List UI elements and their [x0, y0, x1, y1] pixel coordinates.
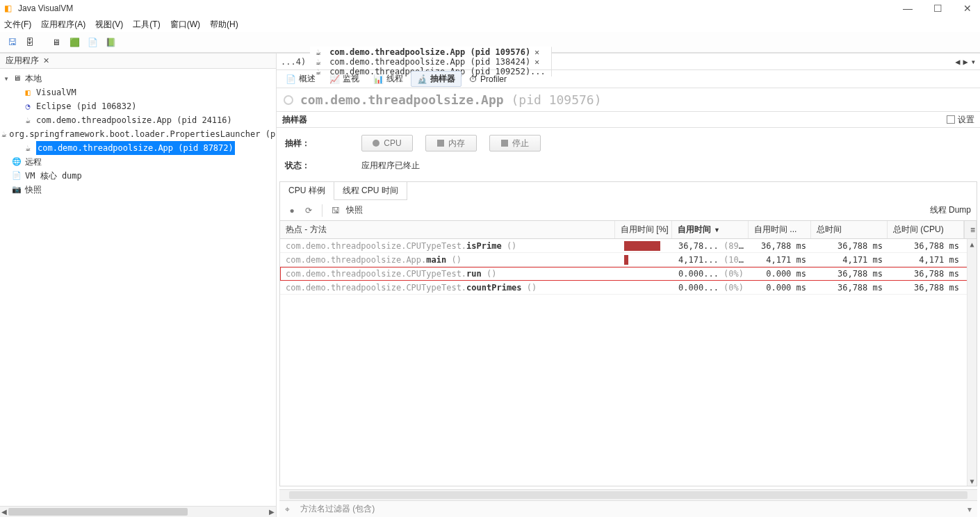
table-row[interactable]: com.demo.threadpoolsize.App.main ()4,171… [280, 253, 977, 267]
filter-row: ⌖ 方法名过滤器 (包含) ▾ [279, 500, 977, 517]
col-self-time-ms[interactable]: 自用时间 ... [749, 221, 811, 238]
table-row[interactable]: com.demo.threadpoolsize.CPUTypeTest.isPr… [280, 239, 977, 253]
add-jmx-icon[interactable]: 🟩 [67, 35, 82, 50]
table-row[interactable]: com.demo.threadpoolsize.CPUTypeTest.run … [280, 267, 977, 281]
menu-window[interactable]: 窗口(W) [170, 19, 200, 31]
menubar: 文件(F) 应用程序(A) 视图(V) 工具(T) 窗口(W) 帮助(H) [0, 17, 980, 32]
dump-icon [11, 170, 22, 181]
maximize-button[interactable]: ☐ [929, 1, 947, 15]
window-title: Java VisualVM [18, 3, 73, 13]
menu-view[interactable]: 视图(V) [95, 19, 123, 31]
tab-nav: ◀ ▶ ▾ [951, 57, 980, 67]
detail-tabs: 📄概述 📈监视 📊线程 🔬抽样器 ⏱Profiler [277, 70, 980, 88]
tree-node-app[interactable]: com.demo.threadpoolsize.App (pid 24116) [1, 113, 276, 127]
java-icon [316, 57, 325, 67]
tab-threads[interactable]: 📊线程 [367, 71, 409, 87]
app-icon [4, 3, 14, 13]
filter-icon[interactable]: ⌖ [285, 504, 295, 514]
sample-inner-tabs: CPU 样例 线程 CPU 时间 [279, 181, 977, 200]
eclipse-icon [22, 101, 33, 112]
app-heading: com.demo.threadpoolsize.App (pid 109576) [300, 92, 602, 107]
tab-overview[interactable]: 📄概述 [279, 71, 322, 87]
sampler-body: 抽样： CPU 内存 停止 状态： 应用程序已终止 [277, 128, 980, 179]
add-host-icon[interactable]: 🖥 [49, 35, 64, 50]
applications-tree[interactable]: ▾本地 VisualVMEclipse (pid 106832)com.demo… [0, 69, 276, 506]
sidebar-close-icon[interactable]: ✕ [43, 56, 49, 65]
tab-thread-cpu-time[interactable]: 线程 CPU 时间 [334, 182, 407, 200]
col-total-time[interactable]: 总时间 [811, 221, 888, 238]
stop-button[interactable]: 停止 [489, 135, 541, 151]
menu-help[interactable]: 帮助(H) [210, 19, 238, 31]
memory-button[interactable]: 内存 [425, 135, 477, 151]
record-icon[interactable]: ● [286, 204, 298, 217]
add-coredump-icon[interactable]: 📄 [85, 35, 100, 50]
sampler-settings[interactable]: 设置 [947, 114, 974, 126]
cpu-button[interactable]: CPU [361, 135, 413, 151]
java-icon [22, 142, 33, 154]
col-scroll-header: ≡ [964, 221, 977, 238]
scroll-up-icon[interactable]: ▲ [967, 239, 977, 249]
tab-sampler[interactable]: 🔬抽样器 [411, 71, 462, 87]
settings-checkbox[interactable] [947, 115, 955, 124]
content-area: ...4) com.demo.threadpoolsize.App (pid 1… [277, 54, 980, 517]
minimize-button[interactable]: — [899, 1, 917, 15]
tree-node-app[interactable]: com.demo.threadpoolsize.App (pid 87872) [1, 141, 276, 155]
scroll-down-icon[interactable]: ▼ [967, 476, 977, 486]
table-row[interactable]: com.demo.threadpoolsize.CPUTypeTest.coun… [280, 281, 977, 295]
tree-node-app[interactable]: Eclipse (pid 106832) [1, 99, 276, 113]
local-icon [11, 73, 22, 84]
sample-label: 抽样： [285, 138, 316, 149]
tree-node-snapshot[interactable]: 快照 [1, 183, 276, 197]
tab-next-icon[interactable]: ▶ [963, 57, 968, 67]
tree-node-remote[interactable]: 远程 [1, 155, 276, 169]
snapshot-disk-icon: 🖫 [329, 204, 342, 217]
status-circle-icon [284, 95, 293, 105]
status-label: 状态： [285, 160, 316, 172]
tab-prev-icon[interactable]: ◀ [955, 57, 960, 67]
tree-node-app[interactable]: VisualVM [1, 85, 276, 99]
tabs-overflow[interactable]: ...4) [277, 57, 310, 67]
memory-icon [437, 140, 444, 147]
thread-dump-button[interactable]: 线程 Dump [930, 204, 971, 216]
filter-dropdown-icon[interactable]: ▾ [967, 504, 972, 514]
menu-applications[interactable]: 应用程序(A) [41, 19, 85, 31]
sidebar-hscroll[interactable]: ◀▶ [0, 506, 276, 517]
sort-desc-icon: ▼ [714, 227, 720, 233]
editor-tab[interactable]: com.demo.threadpoolsize.App (pid 138424)… [310, 57, 552, 67]
tab-monitor[interactable]: 📈监视 [323, 71, 366, 87]
save-icon[interactable] [4, 35, 19, 50]
tab-cpu-sample[interactable]: CPU 样例 [280, 182, 334, 200]
col-method[interactable]: 热点 - 方法 [280, 221, 615, 238]
col-self-time[interactable]: 自用时间▼ [672, 221, 749, 238]
col-self-pct[interactable]: 自用时间 [%] [615, 221, 672, 238]
content-hscroll[interactable] [279, 489, 977, 500]
menu-tools[interactable]: 工具(T) [133, 19, 160, 31]
col-total-time-cpu[interactable]: 总时间 (CPU) [888, 221, 964, 238]
table-body[interactable]: com.demo.threadpoolsize.CPUTypeTest.isPr… [280, 239, 977, 486]
visualvm-icon [22, 87, 33, 98]
menu-file[interactable]: 文件(F) [4, 19, 31, 31]
hotspots-table: 热点 - 方法 自用时间 [%] 自用时间▼ 自用时间 ... 总时间 总时间 … [279, 221, 977, 486]
tab-close-icon[interactable]: ✕ [534, 47, 539, 57]
profiler-icon: ⏱ [469, 74, 477, 84]
add-snapshot-icon[interactable]: 📗 [103, 35, 118, 50]
java-icon [1, 129, 6, 140]
tree-node-app[interactable]: org.springframework.boot.loader.Properti… [1, 127, 276, 141]
vscroll[interactable]: ▲ ▼ [967, 239, 977, 486]
sampler-icon: 🔬 [417, 74, 427, 84]
tab-profiler[interactable]: ⏱Profiler [463, 72, 513, 86]
editor-tab[interactable]: com.demo.threadpoolsize.App (pid 109576)… [310, 47, 552, 57]
tab-close-icon[interactable]: ✕ [534, 57, 539, 67]
filter-placeholder[interactable]: 方法名过滤器 (包含) [300, 503, 375, 515]
open-icon[interactable] [22, 35, 38, 50]
close-button[interactable]: ✕ [959, 1, 976, 15]
tree-node-vmcoredump[interactable]: VM 核心 dump [1, 169, 276, 183]
tree-node-local[interactable]: ▾本地 [1, 72, 276, 85]
refresh-icon[interactable]: ⟳ [302, 204, 315, 217]
remote-icon [11, 156, 22, 167]
snapshot-button[interactable]: 快照 [346, 204, 363, 216]
app-heading-row: com.demo.threadpoolsize.App (pid 109576) [277, 88, 980, 111]
java-icon [22, 115, 33, 126]
tab-list-icon[interactable]: ▾ [971, 57, 976, 67]
threads-icon: 📊 [373, 74, 384, 84]
